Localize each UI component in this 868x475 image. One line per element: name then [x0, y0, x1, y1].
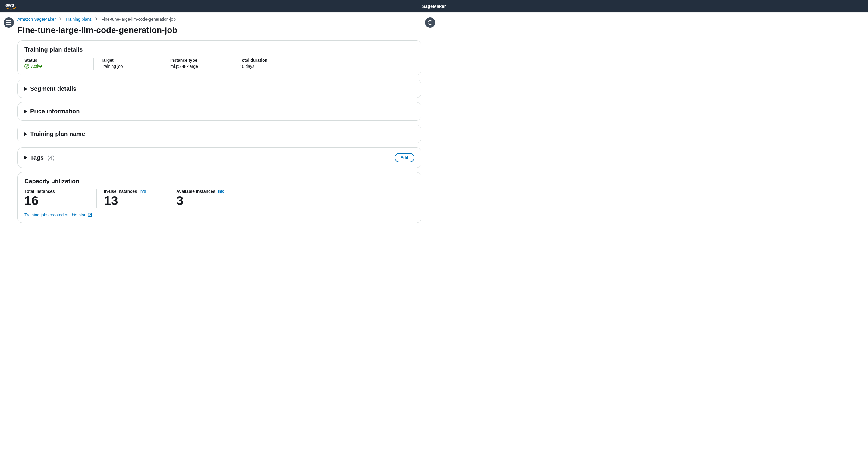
svg-rect-1: [6, 22, 11, 23]
status-text: Active: [31, 64, 42, 69]
external-link-icon: [88, 213, 92, 217]
aws-logo[interactable]: aws: [5, 2, 16, 10]
tags-toggle[interactable]: Tags (4): [24, 154, 55, 161]
capacity-utilization-card: Capacity utilization Total instances 16 …: [18, 172, 421, 223]
caret-right-icon: [24, 132, 27, 136]
svg-point-3: [25, 64, 29, 68]
training-jobs-link-text: Training jobs created on this plan: [24, 213, 87, 217]
status-value: Active: [24, 64, 42, 69]
inuse-info-link[interactable]: Info: [140, 189, 146, 193]
training-plan-name-heading: Training plan name: [30, 130, 85, 137]
status-label: Status: [24, 58, 86, 63]
info-icon: [428, 20, 433, 25]
price-information-toggle[interactable]: Price information: [24, 108, 414, 115]
segment-details-heading: Segment details: [30, 85, 76, 92]
info-panel-button[interactable]: [425, 18, 435, 28]
top-navbar: aws SageMaker: [0, 0, 868, 12]
check-circle-icon: [24, 64, 29, 69]
training-plan-details-heading: Training plan details: [24, 46, 414, 53]
svg-point-6: [430, 21, 430, 22]
available-info-link[interactable]: Info: [218, 189, 224, 193]
target-label: Target: [101, 58, 156, 63]
available-instances-value: 3: [176, 194, 234, 208]
page-title: Fine-tune-large-llm-code-generation-job: [18, 25, 421, 35]
caret-right-icon: [24, 156, 27, 159]
training-plan-details-card: Training plan details Status Active Targ…: [18, 40, 421, 75]
segment-details-card: Segment details: [18, 80, 421, 98]
duration-value: 10 days: [240, 64, 254, 69]
price-information-card: Price information: [18, 102, 421, 121]
target-value: Training job: [101, 64, 123, 69]
chevron-right-icon: [59, 17, 62, 22]
training-plan-name-card: Training plan name: [18, 125, 421, 143]
instance-type-label: Instance type: [170, 58, 225, 63]
tags-count: (4): [47, 154, 55, 161]
chevron-right-icon: [95, 17, 98, 22]
total-instances-value: 16: [24, 194, 89, 208]
svg-rect-2: [6, 24, 11, 25]
svg-rect-0: [6, 21, 11, 21]
hamburger-icon: [6, 21, 11, 25]
svg-rect-7: [430, 22, 430, 24]
segment-details-toggle[interactable]: Segment details: [24, 85, 414, 92]
inuse-instances-label: In-use instances: [104, 189, 137, 194]
available-instances-label: Available instances: [176, 189, 215, 194]
edit-tags-button[interactable]: Edit: [395, 153, 414, 162]
breadcrumb-root-link[interactable]: Amazon SageMaker: [18, 17, 56, 22]
caret-right-icon: [24, 87, 27, 91]
tags-heading: Tags: [30, 154, 44, 161]
duration-label: Total duration: [240, 58, 294, 63]
training-jobs-link[interactable]: Training jobs created on this plan: [24, 213, 92, 217]
breadcrumb-section-link[interactable]: Training plans: [65, 17, 92, 22]
service-title: SageMaker: [422, 4, 446, 9]
breadcrumb: Amazon SageMaker Training plans Fine-tun…: [18, 17, 421, 24]
training-plan-name-toggle[interactable]: Training plan name: [24, 130, 414, 137]
menu-toggle-button[interactable]: [4, 18, 14, 28]
inuse-instances-value: 13: [104, 194, 161, 208]
total-instances-label: Total instances: [24, 189, 55, 194]
caret-right-icon: [24, 110, 27, 113]
tags-card: Tags (4) Edit: [18, 147, 421, 168]
breadcrumb-current: Fine-tune-large-llm-code-generation-job: [101, 17, 176, 22]
aws-smile-icon: [5, 7, 16, 10]
instance-type-value: ml.p5.48xlarge: [170, 64, 198, 69]
capacity-heading: Capacity utilization: [24, 178, 414, 185]
price-information-heading: Price information: [30, 108, 80, 115]
aws-logo-text: aws: [5, 2, 14, 7]
